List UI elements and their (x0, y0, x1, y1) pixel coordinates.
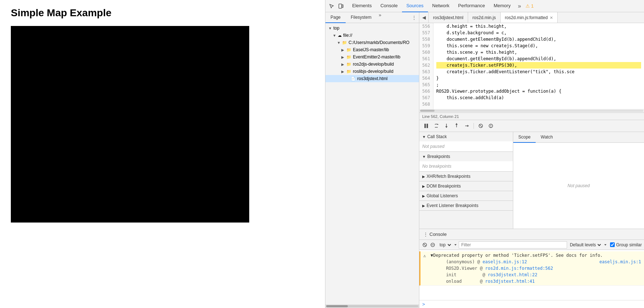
svg-marker-9 (455, 123, 458, 125)
code-scroll-thumb[interactable] (420, 110, 435, 112)
arrow-icon: ▼ (333, 34, 337, 38)
step-out-button[interactable] (453, 122, 461, 130)
code-tab-bar: ◀ ros3djstext.html ros2d.min.js ros2d.mi… (419, 12, 644, 23)
console-filter-input[interactable] (459, 241, 567, 248)
global-listeners-header[interactable]: ▶ Global Listeners (419, 191, 513, 201)
code-line-566: ROS2D.Viewer.prototype.addObject = funct… (436, 88, 641, 94)
sidebar-tab-filesystem[interactable]: Filesystem (346, 12, 376, 23)
code-tab-ros2dminjs-formatted[interactable]: ros2d.min.js:formatted ✕ (501, 12, 558, 23)
file-tree-item-roslibjs[interactable]: ▶ 📁 roslibjs-develop/build (325, 68, 419, 75)
global-arrow-icon: ▶ (422, 194, 425, 198)
inspect-icon[interactable] (328, 2, 336, 10)
arrow-icon: ▼ (337, 41, 341, 45)
sidebar-more-actions-button[interactable]: ⋮ (410, 14, 418, 21)
sidebar-horizontal-scrollbar[interactable] (325, 304, 419, 308)
file-tree-item-easeljs[interactable]: ▶ 📁 EaselJS-master/lib (325, 46, 419, 53)
tab-memory[interactable]: Memory (489, 0, 515, 12)
console-clear-button[interactable] (422, 242, 428, 248)
code-line-567: this.scene.addChild(a) (436, 94, 641, 101)
sidebar-tab-more[interactable]: » (376, 12, 383, 23)
code-scroll-track[interactable] (420, 110, 643, 112)
console-content: ⚠ ▼Deprecated property or method 'Ticker… (419, 250, 644, 300)
group-similar-checkbox[interactable] (610, 242, 615, 247)
xhr-breakpoints-header[interactable]: ▶ XHR/fetch Breakpoints (419, 172, 513, 181)
msg-detail-onload: onload @ ros3djstext.html:41 (431, 279, 535, 284)
svg-point-16 (490, 127, 491, 127)
devtools-toolbar-icons (328, 2, 345, 10)
link-easeljs-12[interactable]: easeljs.min.js:12 (483, 259, 527, 264)
pause-resume-button[interactable] (422, 122, 430, 130)
link-ros3djs-41[interactable]: ros3djstext.html:41 (485, 279, 535, 284)
arrow-icon: ▶ (341, 48, 346, 52)
breakpoints-header[interactable]: ▼ Breakpoints (419, 152, 513, 161)
dom-breakpoints-section: ▶ DOM Breakpoints (419, 181, 513, 191)
console-levels-select[interactable]: Default levels (569, 242, 602, 248)
link-ros3djs-22[interactable]: ros3djstext.html:22 (488, 272, 537, 277)
close-tab-icon[interactable]: ✕ (550, 16, 553, 20)
file-tree-item-root-folder[interactable]: ▼ 📁 C:/Users/markb/Documents/RO (325, 39, 419, 46)
file-tree-item-ros2djs[interactable]: ▶ 📁 ros2djs-develop/build (325, 61, 419, 68)
tab-network[interactable]: Network (428, 0, 454, 12)
call-stack-section: ▼ Call Stack Not paused (419, 132, 513, 152)
console-prompt-arrow: > (422, 302, 425, 307)
watch-tab[interactable]: Watch (536, 132, 558, 143)
step-into-button[interactable] (442, 122, 450, 130)
sidebar-tab-page[interactable]: Page (325, 12, 346, 23)
step-button[interactable] (463, 122, 471, 130)
file-tree-label: EventEmitter2-master/lib (353, 54, 400, 60)
debug-right-panel: Scope Watch Not paused (513, 132, 644, 229)
call-stack-header[interactable]: ▼ Call Stack (419, 132, 513, 141)
code-tab-ros2dminjs[interactable]: ros2d.min.js (468, 12, 501, 23)
tab-sources[interactable]: Sources (402, 0, 428, 12)
folder-icon: 📁 (346, 48, 351, 52)
more-tabs-button[interactable]: » (515, 3, 524, 9)
file-tree-item-file[interactable]: ▼ ☁ file:// (325, 32, 419, 39)
context-dropdown-icon (454, 243, 457, 247)
msg-detail-init: init @ ros3djstext.html:22 (431, 272, 537, 277)
easeljs-source-link[interactable]: easeljs.min.js:1 (599, 259, 641, 264)
console-block-icon[interactable] (429, 242, 436, 248)
code-editor[interactable]: 556 557 558 559 560 561 562 563 564 565 … (419, 23, 644, 120)
msg-source-link[interactable]: easeljs.min.js:1 (599, 259, 641, 265)
tab-elements[interactable]: Elements (348, 0, 376, 12)
link-ros2d-562[interactable]: ros2d.min.js:formatted:562 (485, 266, 553, 271)
code-horizontal-scrollbar[interactable] (419, 109, 644, 113)
file-tree-label: roslibjs-develop/build (353, 69, 393, 74)
sidebar-scroll-track[interactable] (326, 305, 418, 307)
sidebar-scroll-thumb[interactable] (326, 305, 348, 307)
dom-breakpoints-header[interactable]: ▶ DOM Breakpoints (419, 181, 513, 191)
code-line-558: document.getElementById(b).appendChild(d… (436, 36, 641, 43)
sidebar-actions: ⋮ (409, 12, 419, 23)
console-context-select[interactable]: top (437, 242, 452, 248)
code-tab-ros3djstext[interactable]: ros3djstext.html (429, 12, 468, 23)
event-listener-breakpoints-header[interactable]: ▶ Event Listener Breakpoints (419, 201, 513, 210)
code-line-561: document.getElementById(b).appendChild(d… (436, 56, 641, 62)
device-toolbar-icon[interactable] (337, 2, 345, 10)
file-tree-item-ros3djstext[interactable]: ▶ 📄 ros3djstext.html (325, 75, 419, 82)
pause-on-exception-button[interactable] (487, 122, 495, 130)
file-tree-item-eventemitter[interactable]: ▶ 📁 EventEmitter2-master/lib (325, 53, 419, 61)
file-tree-label: top (333, 26, 340, 31)
code-tab-toggle-button[interactable]: ◀ (419, 12, 429, 23)
deactivate-breakpoints-button[interactable] (477, 122, 485, 130)
tab-console[interactable]: Console (376, 0, 402, 12)
code-line-562: createjs.Ticker.setFPS(30), (436, 62, 641, 69)
svg-marker-11 (467, 125, 469, 127)
global-listeners-section: ▶ Global Listeners (419, 191, 513, 201)
file-tree-item-top[interactable]: ▼ top (325, 25, 419, 32)
code-line-563: createjs.Ticker.addEventListener("tick",… (436, 69, 641, 75)
call-stack-arrow-icon: ▼ (422, 135, 426, 139)
svg-line-13 (479, 124, 482, 127)
svg-rect-0 (339, 4, 342, 8)
step-over-button[interactable] (432, 122, 440, 130)
sources-sidebar-tab-bar: Page Filesystem » ⋮ (325, 12, 419, 23)
folder-icon: 📁 (346, 69, 351, 74)
tab-performance[interactable]: Performance (454, 0, 489, 12)
console-toolbar: top Default levels Group similar (419, 240, 644, 250)
file-tree-label: ros2djs-develop/build (353, 62, 394, 67)
file-icon: 📄 (351, 76, 356, 81)
scope-tab[interactable]: Scope (513, 132, 536, 143)
debug-left-panel: ▼ Call Stack Not paused ▼ Breakpoints (419, 132, 513, 229)
breakpoints-section: ▼ Breakpoints No breakpoints (419, 152, 513, 172)
console-menu-icon[interactable]: ⋮ (422, 231, 429, 238)
